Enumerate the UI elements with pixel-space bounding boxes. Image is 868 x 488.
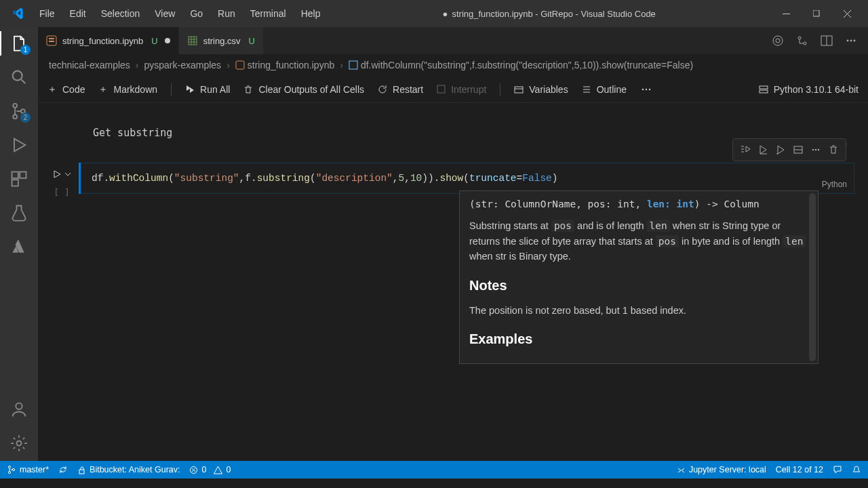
diff-icon[interactable]	[796, 35, 808, 47]
atlassian-icon[interactable]	[9, 237, 28, 256]
git-status-untracked: U	[249, 36, 255, 46]
close-button[interactable]	[832, 0, 863, 27]
menu-terminal[interactable]: Terminal	[243, 5, 293, 22]
dirty-indicator-icon	[165, 38, 170, 43]
more-icon[interactable]	[808, 142, 824, 158]
settings-gear-icon[interactable]	[9, 434, 28, 453]
error-icon	[189, 466, 198, 474]
interrupt-kernel-button: Interrupt	[437, 84, 486, 95]
execute-cell-icon[interactable]	[755, 142, 771, 158]
notebook-cells[interactable]: Get substring Markdown [ ]	[38, 103, 868, 461]
breadcrumb[interactable]: technical-examples › pyspark-examples › …	[38, 54, 868, 76]
source-control-icon[interactable]: 2	[9, 102, 28, 121]
svg-point-2	[13, 71, 22, 81]
menu-go[interactable]: Go	[183, 5, 210, 22]
code-cell[interactable]: [ ] df.withColumn("substring",f.substrin…	[45, 163, 854, 194]
git-branch-status[interactable]: master*	[7, 465, 49, 474]
sync-icon	[58, 465, 68, 474]
svg-rect-7	[20, 172, 26, 178]
svg-point-28	[646, 88, 647, 89]
outline-button[interactable]: Outline	[582, 84, 627, 95]
menu-run[interactable]: Run	[211, 5, 242, 22]
feedback-icon[interactable]	[833, 465, 842, 474]
tab-string-function[interactable]: string_function.ipynb U	[38, 27, 179, 54]
signature-help-widget: (str: ColumnOrName, pos: int, len: int) …	[459, 190, 818, 364]
code-cell-icon	[349, 60, 358, 70]
svg-point-15	[773, 36, 783, 45]
add-markdown-cell-button[interactable]: ＋Markdown	[98, 83, 157, 96]
plus-icon: ＋	[98, 83, 108, 96]
delete-cell-icon[interactable]	[825, 142, 842, 158]
more-button[interactable]	[640, 83, 652, 96]
signature: (str: ColumnOrName, pos: int, len: int) …	[469, 197, 808, 211]
execute-cell-icon[interactable]	[52, 169, 62, 179]
csv-file-icon	[187, 35, 198, 46]
menu-help[interactable]: Help	[294, 5, 328, 22]
search-icon[interactable]	[9, 68, 28, 87]
jupyter-server-status[interactable]: Jupyter Server: local	[677, 465, 766, 474]
ellipsis-icon	[640, 83, 652, 96]
minimize-button[interactable]	[771, 0, 802, 27]
notebook-toolbar: ＋Code ＋Markdown Run All Clear Outputs of…	[38, 76, 868, 103]
notifications-icon[interactable]	[852, 465, 861, 474]
variables-icon	[514, 85, 524, 94]
code-editor[interactable]: df.withColumn("substring",f.substring("d…	[79, 163, 854, 194]
menu-edit[interactable]: Edit	[63, 5, 93, 22]
notebook-file-icon	[235, 60, 245, 70]
split-cell-icon[interactable]	[790, 142, 806, 158]
warning-icon	[214, 466, 222, 474]
extensions-icon[interactable]	[9, 169, 28, 188]
clear-outputs-button[interactable]: Clear Outputs of All Cells	[243, 84, 364, 95]
restart-kernel-button[interactable]: Restart	[378, 84, 423, 95]
svg-rect-0	[783, 14, 790, 14]
breadcrumb-item[interactable]: technical-examples	[49, 60, 130, 70]
maximize-button[interactable]	[802, 0, 832, 27]
variables-button[interactable]: Variables	[514, 84, 568, 95]
cell-language-label[interactable]: Python	[822, 180, 847, 189]
explorer-icon[interactable]: 1	[9, 34, 28, 53]
bitbucket-status[interactable]: Bitbucket: Aniket Gurav:	[77, 465, 180, 474]
vscode-logo-icon	[11, 7, 24, 20]
title-bar: File Edit Selection View Go Run Terminal…	[0, 0, 868, 27]
customize-layout-icon[interactable]	[772, 35, 784, 47]
window-title: ● string_function.ipynb - GitRepo - Visu…	[330, 9, 768, 19]
split-editor-icon[interactable]	[821, 35, 833, 47]
accounts-icon[interactable]	[9, 400, 28, 419]
problems-status[interactable]: 0 0	[189, 465, 231, 474]
svg-rect-23	[236, 61, 244, 69]
tab-string-csv[interactable]: string.csv U	[179, 27, 264, 54]
cell-position-status[interactable]: Cell 12 of 12	[776, 465, 823, 474]
add-code-cell-button[interactable]: ＋Code	[47, 83, 85, 96]
svg-rect-31	[760, 90, 768, 93]
breadcrumb-item[interactable]: df.withColumn("substring",f.substring("d…	[361, 60, 693, 70]
doc-notes-body: The position is not zero based, but 1 ba…	[469, 303, 808, 318]
kernel-selector[interactable]: Python 3.10.1 64-bit	[759, 84, 859, 95]
svg-rect-13	[49, 41, 54, 42]
chevron-down-icon[interactable]	[64, 171, 71, 178]
breadcrumb-item[interactable]: string_function.ipynb	[248, 60, 334, 70]
menu-file[interactable]: File	[33, 5, 62, 22]
chevron-right-icon: ›	[226, 60, 230, 70]
code-line[interactable]: df.withColumn("substring",f.substring("d…	[79, 163, 854, 193]
execute-above-icon[interactable]	[772, 142, 789, 158]
svg-point-16	[776, 39, 780, 43]
menu-selection[interactable]: Selection	[94, 5, 147, 22]
hover-scrollbar[interactable]	[809, 193, 816, 361]
chevron-right-icon: ›	[136, 60, 139, 70]
svg-point-33	[812, 149, 814, 150]
run-all-button[interactable]: Run All	[185, 84, 230, 95]
testing-icon[interactable]	[9, 203, 28, 222]
menu-view[interactable]: View	[148, 5, 182, 22]
svg-point-27	[642, 88, 644, 89]
run-debug-icon[interactable]	[9, 136, 28, 155]
breadcrumb-item[interactable]: pyspark-examples	[144, 60, 222, 70]
editor-group: string_function.ipynb U string.csv U tec…	[38, 27, 868, 461]
outline-icon	[582, 85, 591, 94]
svg-point-10	[17, 441, 22, 446]
sync-status[interactable]	[58, 465, 68, 474]
markdown-content: Get substring	[93, 127, 172, 139]
run-by-line-icon[interactable]	[737, 142, 753, 158]
more-actions-icon[interactable]	[845, 35, 857, 47]
lock-icon	[77, 466, 86, 474]
svg-point-37	[8, 471, 10, 473]
